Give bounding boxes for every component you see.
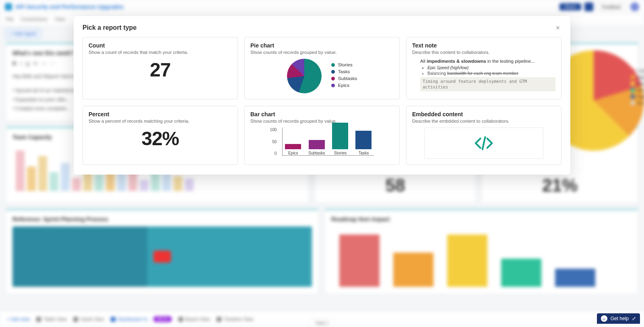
option-text-note[interactable]: Text note Describe this content to colla… [406, 37, 561, 99]
option-count-title: Count [89, 42, 232, 49]
option-count[interactable]: Count Show a count of records that match… [83, 37, 238, 99]
bar-stories [332, 123, 348, 149]
option-embed-desc: Describe the embdded content to collabor… [412, 119, 555, 123]
bar-label-stories: Stories [334, 151, 347, 155]
option-bar-title: Bar chart [250, 111, 394, 117]
bar-tasks [355, 131, 372, 149]
pie-legend-tasks: Tasks [338, 69, 350, 74]
help-avatar-icon: ☺ [601, 315, 607, 322]
percent-sample-value: 32% [89, 128, 232, 150]
modal-title: Pick a report type [83, 24, 554, 31]
bar-tick-0: 0 [270, 151, 277, 156]
pie-chart-legend: Stories Tasks Subtasks Epics [331, 62, 357, 90]
count-sample-value: 27 [89, 59, 232, 81]
option-pie-desc: Show counts of records grouped by value. [250, 50, 394, 55]
bar-chart-sample: 100 50 0 EpicsSubtasksStoriesTasks [250, 128, 394, 156]
pie-legend-subtasks: Subtasks [338, 76, 357, 81]
get-help-widget[interactable]: ☺ Get help ⤢ [597, 313, 640, 324]
bar-epics [285, 144, 301, 149]
option-pie-chart[interactable]: Pie chart Show counts of records grouped… [244, 37, 400, 99]
option-note-title: Text note [412, 42, 555, 49]
option-count-desc: Show a count of records that match your … [89, 50, 232, 55]
option-bar-desc: Show counts of records grouped by value. [250, 119, 394, 123]
code-icon [473, 132, 495, 154]
embed-icon-box [424, 128, 543, 159]
bar-label-subtasks: Subtasks [308, 151, 325, 155]
bar-label-epics: Epics [288, 151, 298, 155]
option-percent-desc: Show a percent of records matching your … [89, 119, 232, 123]
option-bar-chart[interactable]: Bar chart Show counts of records grouped… [244, 106, 400, 165]
pie-legend-stories: Stories [338, 62, 353, 67]
option-percent[interactable]: Percent Show a percent of records matchi… [83, 106, 238, 165]
option-embedded-content[interactable]: Embedded content Describe the embdded co… [406, 106, 561, 165]
note-li-1: Epic Speed (high/low) [427, 65, 555, 70]
pie-chart-icon [287, 59, 322, 93]
note-li-2: Balancing bandwidth for each eng team me… [427, 71, 555, 76]
bar-label-tasks: Tasks [359, 151, 369, 155]
option-pie-title: Pie chart [250, 42, 394, 49]
bar-subtasks [309, 140, 325, 149]
pie-legend-epics: Epics [338, 83, 349, 88]
report-type-modal: Pick a report type Count Show a count of… [74, 16, 570, 175]
note-sample-body: All impediments & slowdowns in the testi… [412, 59, 555, 76]
expand-icon: ⤢ [632, 316, 636, 321]
option-note-desc: Describe this content to collaborators. [412, 50, 555, 55]
get-help-label: Get help [611, 316, 629, 321]
bar-tick-100: 100 [270, 128, 277, 132]
note-code-block: Timing around feature deployments and GT… [420, 77, 555, 91]
modal-overlay: Pick a report type Count Show a count of… [0, 0, 644, 327]
close-icon[interactable] [554, 24, 561, 31]
option-percent-title: Percent [89, 111, 232, 117]
option-embed-title: Embedded content [412, 111, 555, 117]
bar-tick-50: 50 [270, 140, 277, 144]
